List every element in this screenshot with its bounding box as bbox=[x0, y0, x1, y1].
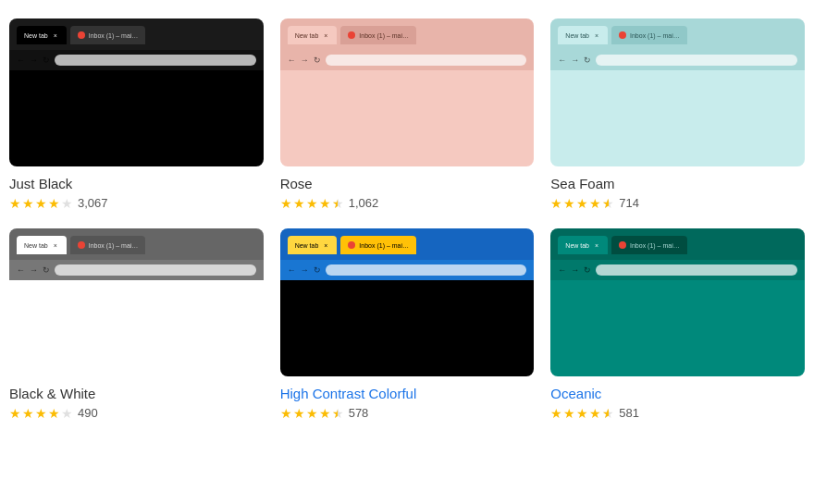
active-tab: New tab × bbox=[17, 236, 67, 254]
star-full: ★ bbox=[319, 197, 331, 210]
inbox-tab: Inbox (1) – mai… bbox=[340, 26, 416, 44]
forward-arrow: → bbox=[301, 55, 309, 65]
stars: ★★★★★ bbox=[9, 197, 73, 210]
rating-count: 490 bbox=[78, 406, 98, 420]
theme-name: High Contrast Colorful bbox=[280, 386, 535, 401]
theme-name: Black & White bbox=[9, 386, 264, 401]
star-full: ★ bbox=[306, 407, 318, 420]
address-bar bbox=[55, 264, 256, 276]
active-tab: New tab × bbox=[288, 26, 338, 44]
star-full: ★ bbox=[563, 407, 575, 420]
stars: ★★★★★ bbox=[550, 197, 614, 210]
theme-name: Sea Foam bbox=[550, 176, 805, 191]
theme-card-high-contrast-colorful[interactable]: New tab × Inbox (1) – mai… ← → ↻ bbox=[280, 228, 535, 420]
gmail-icon bbox=[619, 241, 626, 249]
refresh-icon: ↻ bbox=[584, 55, 591, 65]
refresh-icon: ↻ bbox=[43, 55, 50, 65]
refresh-icon: ↻ bbox=[314, 265, 321, 275]
star-full: ★ bbox=[280, 407, 292, 420]
theme-card-oceanic[interactable]: New tab × Inbox (1) – mai… ← → ↻ bbox=[550, 228, 805, 420]
inbox-tab: Inbox (1) – mai… bbox=[70, 26, 146, 44]
address-bar bbox=[596, 55, 797, 66]
forward-arrow: → bbox=[30, 265, 38, 275]
back-arrow: ← bbox=[288, 55, 296, 65]
address-bar bbox=[326, 264, 527, 276]
page-content bbox=[550, 70, 805, 166]
theme-thumbnail[interactable]: New tab × Inbox (1) – mai… ← → ↻ bbox=[550, 18, 805, 166]
back-arrow: ← bbox=[558, 55, 566, 65]
star-full: ★ bbox=[22, 407, 34, 420]
active-tab: New tab × bbox=[288, 236, 338, 254]
star-half: ★ bbox=[602, 407, 614, 420]
theme-thumbnail[interactable]: New tab × Inbox (1) – mai… ← → ↻ bbox=[9, 18, 264, 166]
page-content bbox=[9, 70, 264, 166]
forward-arrow: → bbox=[571, 265, 579, 275]
gmail-icon bbox=[78, 31, 85, 39]
theme-card-black-white[interactable]: New tab × Inbox (1) – mai… ← → ↻ bbox=[9, 228, 264, 420]
star-full: ★ bbox=[293, 197, 305, 210]
rating-count: 714 bbox=[619, 196, 639, 210]
stars: ★★★★★ bbox=[280, 197, 344, 210]
themes-grid: New tab × Inbox (1) – mai… ← → ↻ bbox=[9, 18, 805, 420]
gmail-icon bbox=[348, 241, 355, 249]
address-bar bbox=[326, 55, 527, 66]
rating-row: ★★★★★ 581 bbox=[550, 406, 805, 420]
gmail-icon bbox=[78, 241, 85, 249]
theme-thumbnail[interactable]: New tab × Inbox (1) – mai… ← → ↻ bbox=[280, 228, 535, 376]
rating-count: 578 bbox=[349, 406, 369, 420]
star-full: ★ bbox=[563, 197, 575, 210]
back-arrow: ← bbox=[288, 265, 296, 275]
star-full: ★ bbox=[550, 407, 562, 420]
rating-row: ★★★★★ 1,062 bbox=[280, 196, 535, 210]
theme-card-rose[interactable]: New tab × Inbox (1) – mai… ← → ↻ bbox=[280, 18, 535, 210]
active-tab: New tab × bbox=[17, 26, 67, 44]
rating-row: ★★★★★ 3,067 bbox=[9, 196, 264, 210]
back-arrow: ← bbox=[17, 265, 25, 275]
star-full: ★ bbox=[35, 407, 47, 420]
rating-count: 581 bbox=[619, 406, 639, 420]
page-content bbox=[280, 70, 535, 166]
page-content bbox=[280, 280, 535, 376]
theme-name: Rose bbox=[280, 176, 535, 191]
star-full: ★ bbox=[293, 407, 305, 420]
star-full: ★ bbox=[576, 407, 588, 420]
star-full: ★ bbox=[319, 407, 331, 420]
address-bar bbox=[55, 55, 256, 66]
page-content bbox=[550, 280, 805, 376]
active-tab: New tab × bbox=[558, 236, 608, 254]
theme-card-just-black[interactable]: New tab × Inbox (1) – mai… ← → ↻ bbox=[9, 18, 264, 210]
forward-arrow: → bbox=[30, 55, 38, 65]
rating-row: ★★★★★ 490 bbox=[9, 406, 264, 420]
forward-arrow: → bbox=[301, 265, 309, 275]
gmail-icon bbox=[619, 31, 626, 39]
back-arrow: ← bbox=[17, 55, 25, 65]
theme-thumbnail[interactable]: New tab × Inbox (1) – mai… ← → ↻ bbox=[550, 228, 805, 376]
star-full: ★ bbox=[9, 407, 21, 420]
star-half: ★ bbox=[332, 197, 344, 210]
back-arrow: ← bbox=[558, 265, 566, 275]
star-half: ★ bbox=[602, 197, 614, 210]
star-empty: ★ bbox=[61, 197, 73, 210]
star-full: ★ bbox=[550, 197, 562, 210]
refresh-icon: ↻ bbox=[314, 55, 321, 65]
gmail-icon bbox=[348, 31, 355, 39]
rating-count: 1,062 bbox=[349, 196, 379, 210]
star-full: ★ bbox=[22, 197, 34, 210]
theme-card-sea-foam[interactable]: New tab × Inbox (1) – mai… ← → ↻ bbox=[550, 18, 805, 210]
star-full: ★ bbox=[48, 197, 60, 210]
stars: ★★★★★ bbox=[550, 407, 614, 420]
rating-row: ★★★★★ 578 bbox=[280, 406, 535, 420]
star-full: ★ bbox=[280, 197, 292, 210]
theme-thumbnail[interactable]: New tab × Inbox (1) – mai… ← → ↻ bbox=[280, 18, 535, 166]
star-full: ★ bbox=[35, 197, 47, 210]
rating-count: 3,067 bbox=[78, 196, 108, 210]
inbox-tab: Inbox (1) – mai… bbox=[70, 236, 146, 254]
theme-name: Oceanic bbox=[550, 386, 805, 401]
inbox-tab: Inbox (1) – mai… bbox=[611, 236, 687, 254]
stars: ★★★★★ bbox=[280, 407, 344, 420]
theme-thumbnail[interactable]: New tab × Inbox (1) – mai… ← → ↻ bbox=[9, 228, 264, 376]
star-full: ★ bbox=[48, 407, 60, 420]
star-full: ★ bbox=[9, 197, 21, 210]
refresh-icon: ↻ bbox=[584, 265, 591, 275]
page-content bbox=[9, 280, 264, 376]
